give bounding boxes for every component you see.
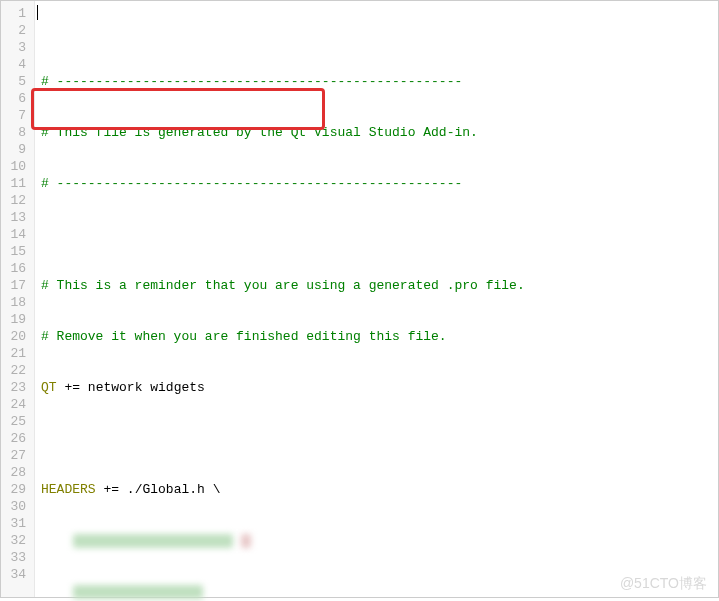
line-number: 17: [5, 277, 26, 294]
line-number: 34: [5, 566, 26, 583]
code-line: [41, 532, 712, 549]
line-number: 7: [5, 107, 26, 124]
line-number: 30: [5, 498, 26, 515]
line-number: 27: [5, 447, 26, 464]
code-area[interactable]: # --------------------------------------…: [35, 1, 718, 597]
code-line: # Remove it when you are finished editin…: [41, 328, 712, 345]
line-number-gutter: 1 2 3 4 5 6 7 8 9 10 11 12 13 14 15 16 1…: [1, 1, 35, 597]
line-number: 11: [5, 175, 26, 192]
line-number: 31: [5, 515, 26, 532]
line-number: 20: [5, 328, 26, 345]
comment-text: # --------------------------------------…: [41, 176, 462, 191]
caret-icon: [37, 5, 38, 20]
line-number: 1: [5, 5, 26, 22]
line-number: 33: [5, 549, 26, 566]
line-number: 32: [5, 532, 26, 549]
file-path: ./Global.h: [127, 482, 213, 497]
code-line: QT += network widgets: [41, 379, 712, 396]
line-number: 26: [5, 430, 26, 447]
code-editor: 1 2 3 4 5 6 7 8 9 10 11 12 13 14 15 16 1…: [0, 0, 719, 598]
line-number: 23: [5, 379, 26, 396]
line-number: 21: [5, 345, 26, 362]
keyword-qt: QT: [41, 380, 57, 395]
code-line: [41, 583, 712, 600]
line-number: 3: [5, 39, 26, 56]
line-number: 5: [5, 73, 26, 90]
code-line: HEADERS += ./Global.h \: [41, 481, 712, 498]
operator: +=: [57, 380, 88, 395]
comment-text: # This is a reminder that you are using …: [41, 278, 525, 293]
line-number: 22: [5, 362, 26, 379]
redacted-text: [241, 534, 251, 548]
line-number: 10: [5, 158, 26, 175]
line-number: 25: [5, 413, 26, 430]
comment-text: # This file is generated by the Qt Visua…: [41, 125, 478, 140]
code-line: # --------------------------------------…: [41, 175, 712, 192]
line-number: 6: [5, 90, 26, 107]
line-number: 19: [5, 311, 26, 328]
line-number: 9: [5, 141, 26, 158]
comment-text: # --------------------------------------…: [41, 74, 462, 89]
line-number: 14: [5, 226, 26, 243]
line-number: 18: [5, 294, 26, 311]
redacted-text: [73, 534, 233, 548]
line-number: 12: [5, 192, 26, 209]
comment-text: # Remove it when you are finished editin…: [41, 329, 447, 344]
line-number: 24: [5, 396, 26, 413]
line-number: 15: [5, 243, 26, 260]
line-number: 13: [5, 209, 26, 226]
line-number: 28: [5, 464, 26, 481]
code-line: # This file is generated by the Qt Visua…: [41, 124, 712, 141]
backslash: \: [213, 482, 221, 497]
line-number: 16: [5, 260, 26, 277]
keyword-headers: HEADERS: [41, 482, 96, 497]
operator: +=: [96, 482, 127, 497]
line-number: 4: [5, 56, 26, 73]
code-line: [41, 430, 712, 447]
code-line: [41, 226, 712, 243]
code-line: # --------------------------------------…: [41, 73, 712, 90]
value-text: network widgets: [88, 380, 205, 395]
line-number: 2: [5, 22, 26, 39]
code-line: # This is a reminder that you are using …: [41, 277, 712, 294]
redacted-text: [73, 585, 203, 599]
line-number: 29: [5, 481, 26, 498]
line-number: 8: [5, 124, 26, 141]
